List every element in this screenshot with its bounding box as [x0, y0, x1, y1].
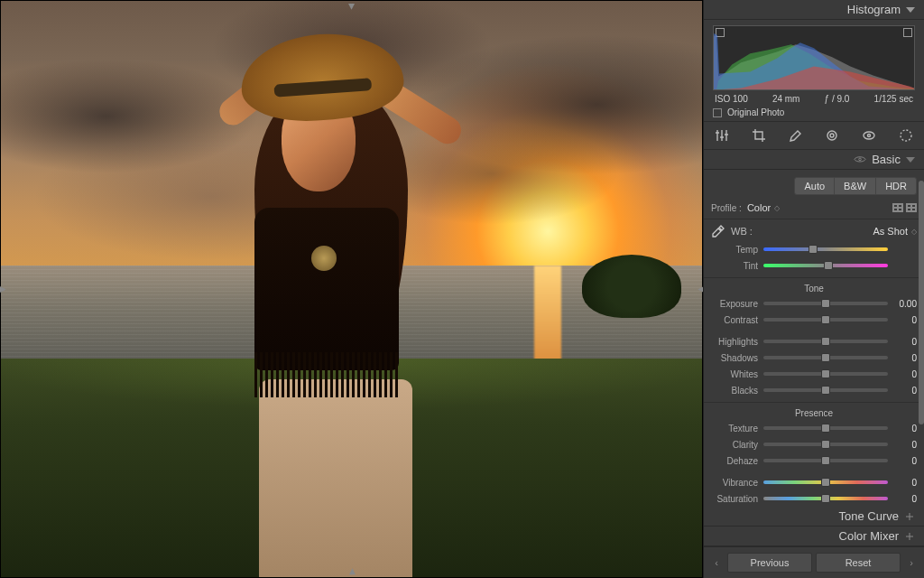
- crop-handle-left[interactable]: ▾: [0, 286, 9, 293]
- histogram-title: Histogram: [847, 3, 901, 16]
- whites-slider[interactable]: [763, 372, 888, 376]
- highlights-slider[interactable]: [763, 340, 888, 343]
- shutter-value: 1/125 sec: [874, 94, 913, 104]
- iso-value: ISO 100: [715, 94, 748, 104]
- photo-preview: [1, 1, 702, 577]
- wb-label: WB :: [731, 226, 753, 237]
- mask-icon[interactable]: [824, 127, 840, 144]
- tone-header: Tone: [711, 284, 917, 294]
- radial-icon[interactable]: [898, 127, 914, 144]
- contrast-value: 0: [893, 315, 917, 325]
- contrast-slider[interactable]: [763, 318, 888, 322]
- focal-length-value: 24 mm: [772, 94, 800, 104]
- checkbox-icon: [713, 108, 722, 117]
- saturation-slider[interactable]: [763, 497, 888, 500]
- eye-icon[interactable]: [854, 155, 866, 163]
- saturation-label: Saturation: [711, 494, 758, 504]
- presence-header: Presence: [711, 408, 917, 418]
- clarity-label: Clarity: [711, 440, 758, 450]
- svg-point-0: [827, 131, 836, 140]
- tone-curve-title: Tone Curve: [839, 509, 899, 523]
- caret-icon: ◇: [774, 204, 780, 212]
- vibrance-slider[interactable]: [763, 480, 888, 484]
- tool-strip: [704, 121, 924, 150]
- original-photo-label: Original Photo: [727, 107, 784, 117]
- shadows-value: 0: [893, 353, 917, 363]
- whites-value: 0: [893, 369, 917, 379]
- exposure-slider[interactable]: [763, 302, 888, 305]
- panel-footer: ‹ Previous Reset ›: [704, 546, 924, 578]
- wb-value: As Shot: [873, 226, 908, 237]
- vibrance-label: Vibrance: [711, 478, 758, 488]
- auto-button[interactable]: Auto: [794, 177, 835, 195]
- histogram-graph[interactable]: [713, 25, 915, 90]
- develop-panel: Histogram ISO 100 24 mm ƒ / 9.0 1/125 se…: [703, 0, 924, 578]
- previous-button[interactable]: Previous: [727, 553, 812, 573]
- svg-point-4: [901, 130, 911, 141]
- saturation-value: 0: [893, 494, 917, 504]
- profile-value: Color: [747, 202, 771, 213]
- heal-icon[interactable]: [788, 127, 804, 144]
- profile-grid-small-icon[interactable]: [892, 203, 903, 212]
- dehaze-label: Dehaze: [711, 456, 758, 466]
- shadows-slider[interactable]: [763, 356, 888, 359]
- svg-point-1: [830, 134, 834, 137]
- toggle-icon: [904, 532, 915, 541]
- chevron-left-icon[interactable]: ‹: [709, 553, 724, 573]
- svg-point-2: [864, 132, 874, 139]
- crop-icon[interactable]: [751, 127, 767, 144]
- basic-header[interactable]: Basic: [704, 150, 924, 170]
- exposure-metadata: ISO 100 24 mm ƒ / 9.0 1/125 sec: [713, 94, 915, 104]
- basic-title: Basic: [872, 153, 901, 166]
- highlights-label: Highlights: [711, 337, 758, 347]
- clarity-slider[interactable]: [763, 443, 888, 446]
- clarity-value: 0: [893, 440, 917, 450]
- dehaze-slider[interactable]: [763, 459, 888, 462]
- chevron-right-icon[interactable]: ›: [904, 553, 919, 573]
- profile-grid-large-icon[interactable]: [906, 203, 917, 212]
- whites-label: Whites: [711, 369, 758, 379]
- blacks-slider[interactable]: [763, 388, 888, 392]
- blacks-value: 0: [893, 386, 917, 396]
- eyedropper-icon[interactable]: [711, 224, 725, 238]
- chevron-down-icon: [906, 7, 915, 13]
- texture-label: Texture: [711, 424, 758, 434]
- hdr-button[interactable]: HDR: [876, 177, 917, 195]
- image-canvas[interactable]: ▾ ▾ ▾ ▾: [0, 0, 703, 578]
- tint-slider[interactable]: [763, 264, 888, 267]
- profile-dropdown[interactable]: Color ◇: [747, 202, 780, 213]
- temp-label: Temp: [711, 245, 758, 255]
- wb-dropdown[interactable]: As Shot ◇: [873, 226, 917, 237]
- blacks-label: Blacks: [711, 386, 758, 396]
- tone-curve-header[interactable]: Tone Curve: [704, 507, 924, 527]
- toggle-icon: [904, 512, 915, 521]
- shadows-label: Shadows: [711, 353, 758, 363]
- chevron-down-icon: [906, 157, 915, 163]
- contrast-label: Contrast: [711, 315, 758, 325]
- profile-label: Profile :: [711, 203, 742, 213]
- svg-point-5: [859, 158, 862, 161]
- texture-value: 0: [893, 424, 917, 434]
- aperture-value: ƒ / 9.0: [825, 94, 850, 104]
- panel-scrollbar[interactable]: [919, 181, 924, 424]
- tint-label: Tint: [711, 261, 758, 271]
- svg-point-3: [867, 135, 870, 137]
- temp-slider[interactable]: [763, 247, 888, 251]
- original-photo-toggle[interactable]: Original Photo: [713, 107, 915, 117]
- reset-button[interactable]: Reset: [816, 553, 901, 573]
- edit-sliders-icon[interactable]: [714, 127, 730, 144]
- texture-slider[interactable]: [763, 426, 888, 430]
- exposure-label: Exposure: [711, 299, 758, 309]
- bw-button[interactable]: B&W: [835, 177, 876, 195]
- histogram-body: ISO 100 24 mm ƒ / 9.0 1/125 sec Original…: [704, 20, 924, 121]
- crop-handle-bottom[interactable]: ▾: [348, 565, 355, 578]
- redeye-icon[interactable]: [861, 127, 877, 144]
- basic-body: Auto B&W HDR Profile : Color ◇ WB : As S…: [704, 170, 924, 507]
- dehaze-value: 0: [893, 456, 917, 466]
- histogram-header[interactable]: Histogram: [704, 0, 924, 20]
- crop-handle-top[interactable]: ▾: [348, 0, 355, 13]
- vibrance-value: 0: [893, 478, 917, 488]
- color-mixer-header[interactable]: Color Mixer: [704, 527, 924, 546]
- color-mixer-title: Color Mixer: [839, 529, 899, 543]
- highlights-value: 0: [893, 337, 917, 347]
